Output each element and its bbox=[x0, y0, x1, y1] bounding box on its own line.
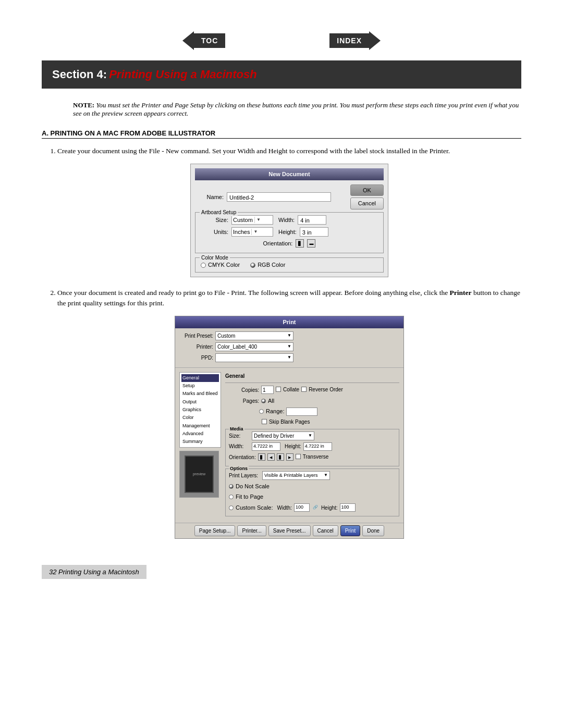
print-bottom-bar: Page Setup... Printer... Save Preset... … bbox=[175, 523, 403, 538]
skip-blank-checkbox[interactable] bbox=[262, 419, 267, 424]
orientation-landscape[interactable]: ▬ bbox=[307, 239, 315, 248]
rgb-radio-circle bbox=[250, 263, 255, 268]
all-radio[interactable]: All bbox=[261, 397, 274, 405]
orient-2[interactable]: ◀ bbox=[267, 453, 275, 461]
range-radio-circle bbox=[259, 409, 264, 414]
color-mode-group: Color Mode CMYK Color RGB Color bbox=[195, 257, 384, 273]
print-layers-row: Print Layers: Visible & Printable Layers… bbox=[229, 471, 396, 480]
media-height-input[interactable]: 4.7222 in bbox=[303, 442, 332, 451]
print-preset-select[interactable]: Custom ▼ bbox=[215, 331, 293, 340]
ok-button[interactable]: OK bbox=[350, 184, 384, 196]
range-row: Range: bbox=[225, 407, 399, 416]
options-group-label: Options bbox=[229, 465, 249, 473]
scale-width-label: Width: bbox=[277, 504, 292, 512]
media-dimensions-row: Width: 4.7222 in Height: 4.7222 in bbox=[229, 442, 396, 451]
sidebar-item-advanced[interactable]: Advanced bbox=[181, 430, 219, 438]
orient-4[interactable]: ▶ bbox=[286, 453, 293, 461]
size-row: Size: Custom ▼ Width: 4 in bbox=[200, 215, 379, 225]
collate-label: Collate bbox=[283, 386, 299, 393]
name-row: Name: Untitled-2 OK Cancel bbox=[195, 184, 384, 209]
transverse-checkbox[interactable] bbox=[296, 454, 301, 459]
copies-label: Copies: bbox=[225, 386, 259, 394]
sidebar-item-color-mgmt[interactable]: Color Management bbox=[181, 414, 219, 430]
toc-button[interactable]: TOC bbox=[182, 31, 225, 50]
section-divider-1 bbox=[225, 382, 399, 383]
media-width-input[interactable]: 4.7222 in bbox=[252, 442, 280, 451]
thumbnail-preview: preview bbox=[185, 455, 214, 493]
units-select[interactable]: Inches ▼ bbox=[231, 227, 273, 237]
printer-label: Printer: bbox=[179, 343, 213, 351]
skip-blank-checkbox-row: Skip Blank Pages bbox=[262, 418, 310, 426]
height-input[interactable]: 3 in bbox=[300, 227, 328, 237]
print-button[interactable]: Print bbox=[340, 525, 361, 536]
section-title-bar: Section 4: Printing Using a Macintosh bbox=[42, 60, 521, 89]
width-input[interactable]: 4 in bbox=[298, 215, 326, 225]
collate-checkbox-row: Collate bbox=[276, 386, 299, 393]
orientation-label-print: Orientation: bbox=[229, 453, 256, 461]
step1-text: Create your document using the File - Ne… bbox=[57, 147, 450, 155]
toc-arrow-left bbox=[182, 31, 194, 50]
printer-button[interactable]: Printer... bbox=[237, 525, 266, 536]
section-number: Section 4: bbox=[52, 68, 107, 81]
skip-blank-label: Skip Blank Pages bbox=[269, 418, 310, 426]
artboard-setup-group: Artboard Setup Size: Custom ▼ Width: 4 i… bbox=[195, 212, 384, 254]
orient-3[interactable]: ▊ bbox=[277, 453, 284, 461]
name-input[interactable]: Untitled-2 bbox=[227, 192, 331, 202]
sidebar-item-setup[interactable]: Setup bbox=[181, 382, 219, 390]
done-button[interactable]: Done bbox=[362, 525, 384, 536]
size-select[interactable]: Custom ▼ bbox=[231, 215, 273, 225]
cmyk-radio[interactable]: CMYK Color bbox=[201, 261, 240, 269]
pages-label: Pages: bbox=[225, 397, 259, 405]
nav-buttons: TOC INDEX bbox=[42, 31, 521, 50]
index-button[interactable]: INDEX bbox=[329, 31, 381, 50]
copies-input[interactable]: 1 bbox=[261, 386, 274, 394]
custom-scale-radio[interactable]: Custom Scale: bbox=[229, 503, 273, 512]
sidebar-item-graphics[interactable]: Graphics bbox=[181, 406, 219, 414]
print-dialog-body: General Setup Marks and Bleed Output Gra… bbox=[175, 368, 403, 523]
orientation-portrait[interactable]: ▊ bbox=[296, 239, 304, 248]
cancel-print-button[interactable]: Cancel bbox=[313, 525, 338, 536]
pages-row: Pages: All bbox=[225, 397, 399, 405]
reverse-order-checkbox[interactable] bbox=[301, 387, 307, 392]
cancel-button[interactable]: Cancel bbox=[350, 198, 384, 209]
range-label: Range: bbox=[266, 407, 284, 416]
printer-row: Printer: Color_Label_400 ▼ bbox=[179, 342, 399, 351]
scale-height-input[interactable]: 100 bbox=[340, 503, 356, 512]
do-not-scale-row: Do Not Scale bbox=[229, 482, 396, 491]
media-size-select[interactable]: Defined by Driver ▼ bbox=[252, 431, 314, 440]
sidebar-item-summary[interactable]: Summary bbox=[181, 438, 219, 446]
range-input[interactable] bbox=[286, 408, 317, 416]
fit-to-page-radio[interactable]: Fit to Page bbox=[229, 492, 263, 501]
ppd-select[interactable]: ▼ bbox=[215, 353, 293, 362]
rgb-radio[interactable]: RGB Color bbox=[250, 261, 285, 269]
print-thumbnail: preview bbox=[179, 451, 219, 498]
page-setup-button[interactable]: Page Setup... bbox=[194, 525, 236, 536]
collate-checkbox[interactable] bbox=[276, 387, 281, 392]
reverse-order-checkbox-row: Reverse Order bbox=[301, 386, 343, 393]
scale-width-input[interactable]: 100 bbox=[294, 503, 310, 512]
page-footer: 32 Printing Using a Macintosh bbox=[42, 565, 146, 579]
copies-row: Copies: 1 Collate Reverse Order bbox=[225, 386, 399, 394]
print-layers-label: Print Layers: bbox=[229, 472, 260, 479]
new-document-title: New Document bbox=[195, 168, 384, 180]
media-group-label: Media bbox=[229, 426, 244, 433]
printer-select[interactable]: Color_Label_400 ▼ bbox=[215, 342, 293, 351]
save-preset-button[interactable]: Save Preset... bbox=[268, 525, 311, 536]
print-preset-row: Print Preset: Custom ▼ bbox=[179, 331, 399, 340]
toc-label: TOC bbox=[194, 33, 225, 48]
print-layers-select[interactable]: Visible & Printable Layers ▼ bbox=[262, 471, 330, 480]
step2-text-before: Once your document is created and ready … bbox=[57, 289, 450, 297]
numbered-list: Create your document using the File - Ne… bbox=[42, 146, 521, 539]
sidebar-item-output[interactable]: Output bbox=[181, 398, 219, 406]
sidebar-item-general[interactable]: General bbox=[181, 374, 219, 382]
name-label: Name: bbox=[195, 193, 224, 202]
sidebar-item-marks-bleed[interactable]: Marks and Bleed bbox=[181, 390, 219, 398]
range-radio[interactable]: Range: bbox=[259, 407, 284, 416]
all-radio-circle bbox=[261, 399, 266, 403]
options-group: Options Print Layers: Visible & Printabl… bbox=[225, 468, 399, 517]
do-not-scale-radio[interactable]: Do Not Scale bbox=[229, 482, 270, 491]
media-width-label: Width: bbox=[229, 442, 250, 450]
section-title: Printing Using a Macintosh bbox=[109, 68, 257, 81]
orient-1[interactable]: ▊ bbox=[258, 453, 265, 461]
index-arrow-right bbox=[369, 31, 381, 50]
